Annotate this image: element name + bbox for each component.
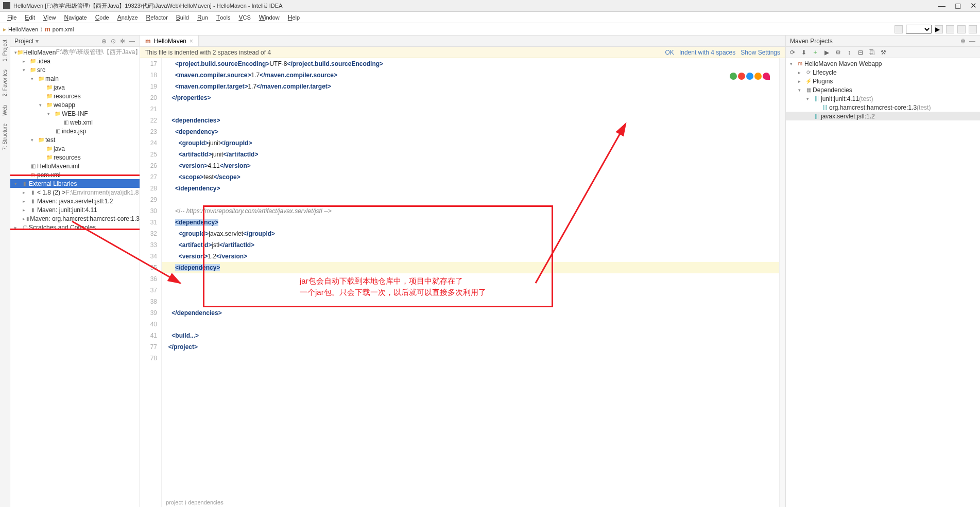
tree-item[interactable]: ▾📁 main (10, 74, 140, 83)
code-line[interactable]: <dependency> (162, 126, 785, 137)
search-icon[interactable] (969, 25, 977, 33)
indent-action-indent-with-4-spaces[interactable]: Indent with 4 spaces (679, 49, 735, 56)
tree-item[interactable]: ▾📁 WEB-INF (10, 109, 140, 118)
menu-refactor[interactable]: Refactor (142, 13, 172, 22)
toggle-icon[interactable]: ↕ (845, 48, 854, 57)
tree-item[interactable]: ▸▢ Scratches and Consoles (10, 223, 140, 232)
code-line[interactable]: <version>1.2</version> (162, 251, 785, 262)
rail-structure[interactable]: 7: Structure (2, 124, 8, 150)
code-line[interactable]: <project.build.sourceEncoding>UTF-8</pro… (162, 58, 785, 69)
tree-item[interactable]: 📁 resources (10, 153, 140, 162)
refresh-icon[interactable]: ⟳ (788, 48, 797, 57)
code-line[interactable]: </dependency> (162, 262, 785, 273)
rail-favorites[interactable]: 2: Favorites (2, 69, 8, 96)
menu-view[interactable]: View (39, 13, 60, 22)
tree-item[interactable]: ▸⚡ Plugins (786, 77, 980, 85)
tree-item[interactable]: ▸▮ Maven: junit:junit:4.11 (10, 205, 140, 214)
hide-icon[interactable]: — (128, 38, 135, 45)
crumb-hellomaven[interactable]: ▸ HelloMaven (3, 26, 38, 33)
tree-item[interactable]: ▾m HelloMaven Maven Webapp (786, 59, 980, 68)
code-line[interactable]: <scope>test</scope> (162, 171, 785, 183)
code-line[interactable]: <maven.compiler.source>1.7</maven.compil… (162, 69, 785, 81)
tree-item[interactable]: ▾📁 webapp (10, 100, 140, 109)
tree-item[interactable]: ◧ HelloMaven.iml (10, 162, 140, 170)
tree-item[interactable]: ◧ index.jsp (10, 127, 140, 135)
tree-item[interactable]: ▾||| junit:junit:4.11 (test) (786, 94, 980, 103)
build-icon[interactable] (895, 25, 903, 33)
editor-tab[interactable]: m HelloMaven × (140, 36, 199, 46)
tree-item[interactable]: 📁 java (10, 144, 140, 153)
tree-item[interactable]: ▸▮ < 1.8 (2) > F:\Environment\java\jdk1.… (10, 188, 140, 197)
tree-item[interactable]: ▾📁 test (10, 135, 140, 144)
menu-edit[interactable]: Edit (21, 13, 39, 22)
tree-item[interactable]: ▾▮ External Libraries (10, 179, 140, 188)
code-line[interactable]: <groupId>javax.servlet</groupId> (162, 228, 785, 239)
gear-icon[interactable]: ✻ (959, 38, 967, 45)
code-line[interactable] (162, 319, 785, 330)
tree-item[interactable]: ▸⟳ Lifecycle (786, 68, 980, 77)
menu-window[interactable]: Window (255, 13, 284, 22)
run-icon[interactable]: ▶ (935, 25, 943, 33)
tree-item[interactable]: ▸▮ Maven: org.hamcrest:hamcrest-core:1.3 (10, 214, 140, 223)
tree-item[interactable]: ▾📁 HelloMaven F:\教学\班级管理\【西开Java】19323 (10, 48, 140, 57)
code-line[interactable] (162, 353, 785, 364)
code-line[interactable]: <dependency> (162, 217, 785, 228)
code-line[interactable]: <artifactId>jstl</artifactId> (162, 239, 785, 251)
code-editor[interactable]: 1718192021222324252627282930313233343536… (140, 58, 785, 507)
code-line[interactable]: <maven.compiler.target>1.7</maven.compil… (162, 81, 785, 92)
menu-file[interactable]: File (3, 13, 21, 22)
indent-action-show-settings[interactable]: Show Settings (741, 49, 780, 56)
add-icon[interactable]: ＋ (811, 48, 820, 57)
gen-icon[interactable]: ⬇ (799, 48, 809, 57)
minimize-button[interactable]: — (938, 1, 945, 10)
tree-item[interactable]: ▸📁 .idea (10, 57, 140, 65)
tree-item[interactable]: 📁 resources (10, 92, 140, 100)
scrollbar-guide[interactable] (779, 58, 785, 507)
menu-code[interactable]: Code (91, 13, 113, 22)
hide-icon[interactable]: — (969, 38, 976, 45)
tree-item[interactable]: 📁 java (10, 83, 140, 92)
tree-item[interactable]: ||| javax.servlet:jstl:1.2 (786, 112, 980, 120)
graph-icon[interactable]: ⿻ (867, 48, 876, 57)
code-line[interactable]: <groupId>junit</groupId> (162, 137, 785, 149)
code-line[interactable]: <version>4.11</version> (162, 160, 785, 171)
tree-item[interactable]: m pom.xml (10, 170, 140, 179)
rail-web[interactable]: Web (2, 105, 8, 115)
menu-build[interactable]: Build (172, 13, 193, 22)
code-line[interactable] (162, 273, 785, 285)
code-line[interactable] (162, 194, 785, 205)
code-line[interactable]: <!-- https://mvnrepository.com/artifact/… (162, 205, 785, 217)
close-icon[interactable]: × (190, 38, 193, 45)
gear-icon[interactable]: ✻ (119, 38, 126, 45)
stop-icon[interactable] (957, 25, 966, 33)
run-icon[interactable]: ▶ (822, 48, 831, 57)
menu-vcs[interactable]: VCS (234, 13, 254, 22)
menu-tools[interactable]: Tools (212, 13, 235, 22)
tree-item[interactable]: ||| org.hamcrest:hamcrest-core:1.3 (test… (786, 103, 980, 112)
maximize-button[interactable]: ◻ (955, 1, 961, 10)
menu-analyze[interactable]: Analyze (113, 13, 142, 22)
code-line[interactable]: </properties> (162, 92, 785, 103)
crumb-pom.xml[interactable]: m pom.xml (45, 26, 74, 33)
menu-navigate[interactable]: Navigate (60, 13, 91, 22)
debug-icon[interactable] (946, 25, 954, 33)
code-line[interactable] (162, 296, 785, 307)
exec-icon[interactable]: ⚙ (833, 48, 843, 57)
rail-project[interactable]: 1: Project (2, 40, 8, 61)
code-content[interactable]: <project.build.sourceEncoding>UTF-8</pro… (162, 58, 785, 507)
tree-item[interactable]: ▸▮ Maven: javax.servlet:jstl:1.2 (10, 197, 140, 205)
code-line[interactable]: </dependency> (162, 183, 785, 194)
settings-icon[interactable]: ⚒ (879, 48, 888, 57)
editor-breadcrumb[interactable]: project ⟩ dependencies (162, 498, 228, 507)
collapse-icon[interactable]: ⊕ (100, 38, 108, 45)
tree-item[interactable]: ▾▦ Dependencies (786, 85, 980, 94)
code-line[interactable]: <build...> (162, 330, 785, 341)
menu-run[interactable]: Run (193, 13, 212, 22)
indent-action-ok[interactable]: OK (665, 49, 674, 56)
code-line[interactable] (162, 103, 785, 115)
menu-help[interactable]: Help (284, 13, 304, 22)
code-line[interactable]: </project> (162, 341, 785, 353)
tree-item[interactable]: ▾📁 src (10, 65, 140, 74)
run-config-select[interactable] (906, 25, 932, 34)
tree-item[interactable]: ◧ web.xml (10, 118, 140, 127)
